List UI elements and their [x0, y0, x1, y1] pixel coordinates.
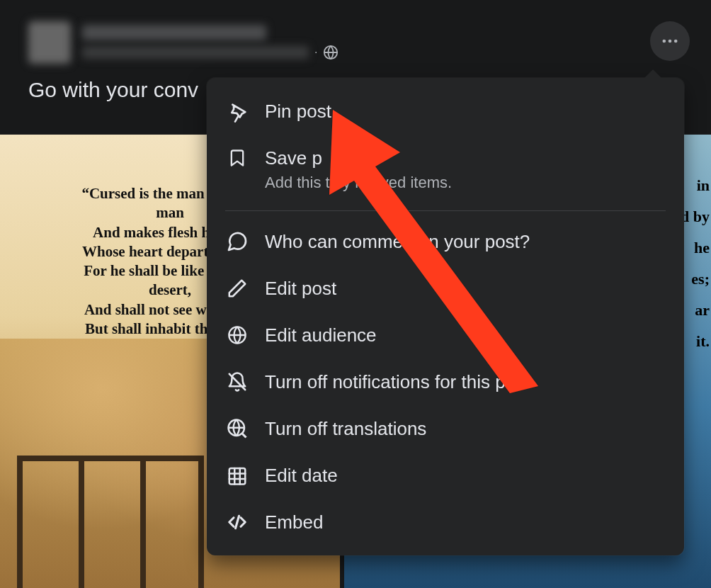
post-header: · — [0, 0, 711, 71]
svg-line-12 — [236, 516, 239, 528]
post-card: · Go with your conv “Cursed is the man w… — [0, 0, 711, 588]
pin-icon — [225, 99, 249, 123]
menu-label: Edit audience — [265, 324, 377, 346]
code-icon — [225, 510, 249, 534]
avatar[interactable] — [28, 21, 71, 64]
menu-item-embed[interactable]: Embed — [207, 499, 684, 545]
bookmark-icon — [225, 146, 249, 170]
svg-point-1 — [663, 40, 666, 43]
menu-label: Edit date — [265, 465, 338, 487]
menu-label: Turn off translations — [265, 418, 426, 440]
post-options-menu: Pin post Save p Add this to y r saved it… — [207, 78, 684, 555]
menu-label: Pin post — [265, 101, 331, 123]
menu-item-edit-date[interactable]: Edit date — [207, 452, 684, 499]
more-options-button[interactable] — [650, 21, 690, 61]
svg-point-3 — [674, 40, 678, 43]
post-meta: · — [82, 45, 339, 60]
menu-item-turn-off-notifications[interactable]: Turn off notifications for this post — [207, 358, 684, 405]
menu-item-save-post[interactable]: Save p Add this to y r saved items. — [207, 135, 684, 203]
calendar-icon — [225, 463, 249, 487]
menu-item-edit-post[interactable]: Edit post — [207, 265, 684, 312]
svg-point-2 — [669, 40, 672, 43]
menu-item-turn-off-translations[interactable]: Turn off translations — [207, 405, 684, 452]
svg-rect-7 — [229, 468, 246, 485]
author-block: · — [82, 25, 339, 60]
menu-item-who-can-comment[interactable]: Who can comme t on your post? — [207, 218, 684, 265]
menu-label: Edit post — [265, 278, 336, 300]
author-name-redacted — [82, 25, 266, 40]
menu-divider — [225, 210, 666, 211]
comment-icon — [225, 230, 249, 254]
image-quote-right: in d by he es; ar it. — [681, 135, 710, 357]
globe-icon[interactable] — [323, 45, 339, 60]
pencil-icon — [225, 276, 249, 300]
ellipsis-icon — [660, 31, 680, 51]
menu-label: Embed — [265, 511, 323, 533]
bell-off-icon — [225, 370, 249, 394]
menu-label: Save p — [265, 147, 452, 169]
post-time-redacted — [82, 46, 309, 59]
menu-sublabel: Add this to y r saved items. — [265, 174, 452, 192]
globe-icon — [225, 323, 249, 347]
menu-label: Who can comme t on your post? — [265, 231, 530, 253]
menu-label: Turn off notifications for this post — [265, 371, 530, 393]
globe-edit-icon — [225, 417, 249, 441]
menu-item-pin-post[interactable]: Pin post — [207, 88, 684, 135]
menu-item-edit-audience[interactable]: Edit audience — [207, 312, 684, 358]
